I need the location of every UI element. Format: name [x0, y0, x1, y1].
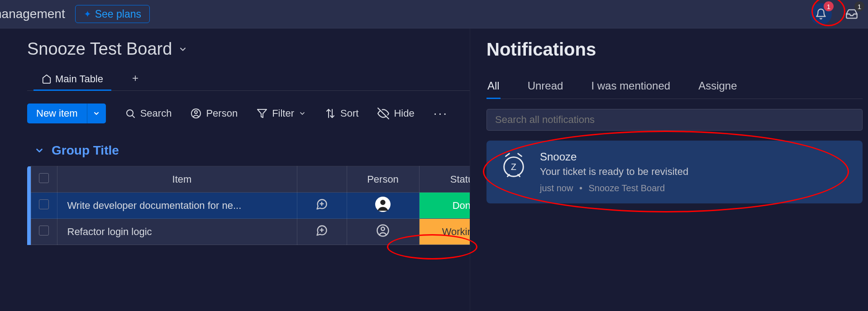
avatar-icon	[375, 197, 391, 212]
svg-point-0	[127, 110, 133, 116]
item-name-cell[interactable]: Write developer documentation for ne...	[57, 193, 297, 219]
notification-card-body: Snooze Your ticket is ready to be revisi…	[540, 151, 688, 193]
svg-text:Z: Z	[511, 162, 516, 172]
item-name-cell[interactable]: Refactor login logic	[57, 219, 297, 245]
checkbox-icon	[39, 199, 49, 209]
group-color-stripe	[27, 219, 31, 245]
notifications-search-input[interactable]	[486, 109, 863, 131]
notification-card[interactable]: Z Snooze Your ticket is ready to be revi…	[486, 141, 863, 203]
chevron-down-icon	[299, 110, 306, 117]
table-header-row: Item Person Status	[27, 166, 510, 193]
open-chat-cell[interactable]	[297, 219, 347, 245]
notifications-tabs: All Unread I was mentioned Assigne	[486, 78, 863, 99]
tab-main-table[interactable]: Main Table	[40, 71, 105, 90]
group-color-stripe	[27, 166, 31, 193]
table-row[interactable]: Write developer documentation for ne... …	[27, 193, 510, 219]
board-table: Item Person Status Write developer docum…	[27, 166, 510, 245]
svg-point-9	[380, 200, 385, 205]
bell-badge: 1	[824, 1, 834, 11]
add-comment-icon	[315, 198, 328, 211]
funnel-icon	[257, 108, 267, 119]
tab-label: Main Table	[55, 73, 103, 85]
inbox-button[interactable]: 1	[841, 3, 863, 25]
new-item-dropdown[interactable]	[87, 104, 106, 123]
notification-item-subtitle: Your ticket is ready to be revisited	[540, 166, 688, 178]
person-icon	[191, 108, 201, 119]
notification-board-link[interactable]: Snooze Test Board	[589, 183, 665, 193]
top-bar: nanagement ✦ See plans 1 1	[0, 0, 868, 28]
hide-button[interactable]: Hide	[377, 108, 414, 119]
svg-line-1	[132, 116, 134, 118]
notifications-bell-button[interactable]: 1	[810, 3, 832, 25]
hide-label: Hide	[394, 108, 414, 119]
column-header-person[interactable]: Person	[347, 166, 419, 193]
group-color-stripe	[27, 193, 31, 219]
add-comment-icon	[315, 224, 328, 237]
sort-button[interactable]: Sort	[325, 108, 358, 119]
notif-tab-unread[interactable]: Unread	[527, 78, 564, 99]
sort-icon	[325, 108, 336, 119]
notifications-title: Notifications	[486, 39, 863, 60]
filter-button[interactable]: Filter	[257, 108, 306, 119]
notification-time: just now	[540, 183, 573, 193]
snooze-clock-icon: Z	[498, 151, 529, 181]
table-row[interactable]: Refactor login logic Working o	[27, 219, 510, 245]
separator-dot: •	[579, 183, 582, 193]
notif-tab-mentioned[interactable]: I was mentioned	[590, 78, 671, 99]
person-cell[interactable]	[347, 219, 419, 245]
row-checkbox-cell[interactable]	[31, 219, 57, 245]
notifications-panel: Notifications All Unread I was mentioned…	[470, 28, 868, 311]
open-chat-cell[interactable]	[297, 193, 347, 219]
home-icon	[42, 74, 52, 84]
more-options-button[interactable]: ···	[434, 106, 448, 121]
sort-label: Sort	[340, 108, 358, 119]
svg-marker-4	[258, 109, 267, 118]
search-icon	[125, 108, 136, 119]
column-header-chat	[297, 166, 347, 193]
person-placeholder-icon	[376, 224, 390, 237]
person-label: Person	[206, 108, 238, 119]
new-item-button[interactable]: New item	[27, 104, 87, 123]
notif-tab-all[interactable]: All	[486, 78, 501, 99]
see-plans-button[interactable]: ✦ See plans	[75, 5, 150, 23]
checkbox-icon	[39, 226, 49, 236]
filter-label: Filter	[272, 108, 294, 119]
search-label: Search	[140, 108, 172, 119]
board-title[interactable]: Snooze Test Board	[27, 39, 172, 59]
chevron-down-icon	[93, 110, 100, 117]
select-all-header[interactable]	[31, 166, 57, 193]
group-title: Group Title	[52, 143, 119, 158]
checkbox-icon	[39, 173, 49, 183]
search-button[interactable]: Search	[125, 108, 172, 119]
notif-tab-assigned[interactable]: Assigne	[697, 78, 738, 99]
column-header-item[interactable]: Item	[57, 166, 297, 193]
svg-point-13	[381, 227, 385, 231]
svg-point-3	[195, 111, 197, 113]
svg-line-15	[506, 154, 510, 156]
brand-text-tail: nanagement	[0, 7, 65, 21]
chevron-down-icon[interactable]	[178, 45, 187, 54]
chevron-down-icon	[34, 146, 44, 156]
inbox-badge: 1	[854, 1, 864, 11]
add-view-button[interactable]: +	[132, 72, 138, 89]
new-item-button-group: New item	[27, 104, 106, 123]
see-plans-label: See plans	[95, 8, 141, 20]
notification-item-title: Snooze	[540, 151, 688, 163]
row-checkbox-cell[interactable]	[31, 193, 57, 219]
svg-line-16	[518, 154, 522, 156]
person-cell[interactable]	[347, 193, 419, 219]
eye-off-icon	[377, 108, 389, 119]
sparkle-icon: ✦	[84, 9, 91, 19]
person-filter-button[interactable]: Person	[191, 108, 238, 119]
notification-meta: just now • Snooze Test Board	[540, 183, 688, 193]
